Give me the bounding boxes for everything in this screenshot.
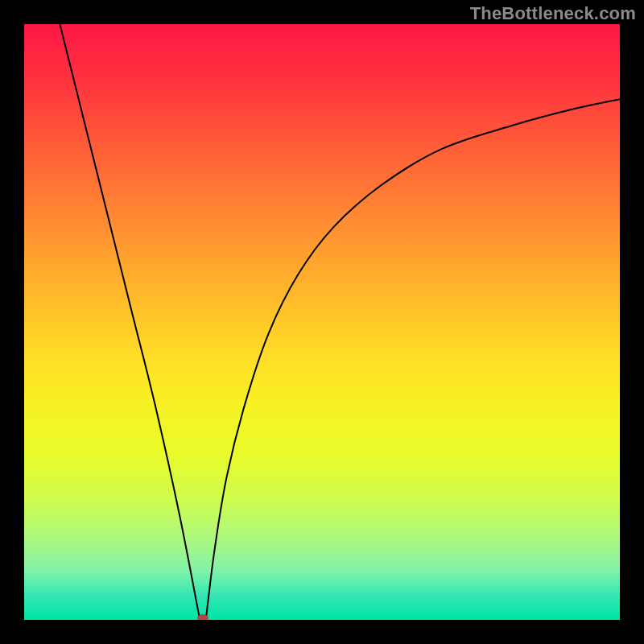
plot-area xyxy=(24,24,620,620)
chart-frame: TheBottleneck.com xyxy=(0,0,644,644)
chart-svg xyxy=(24,24,620,620)
curve-right-branch xyxy=(206,99,620,620)
watermark-text: TheBottleneck.com xyxy=(470,3,636,24)
curve-group xyxy=(60,24,620,620)
curve-left-branch xyxy=(60,24,200,620)
